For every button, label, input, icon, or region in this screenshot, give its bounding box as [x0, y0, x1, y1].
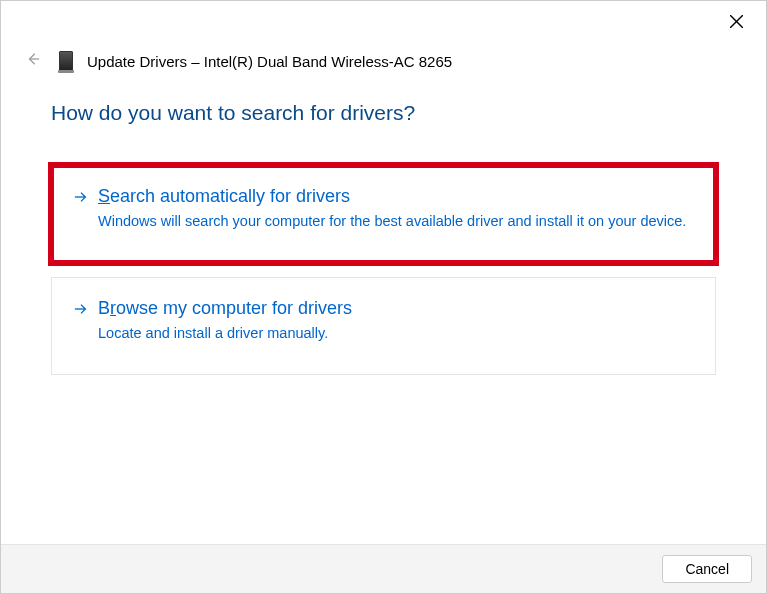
option-title: Browse my computer for drivers — [98, 298, 693, 319]
update-drivers-dialog: Update Drivers – Intel(R) Dual Band Wire… — [0, 0, 767, 594]
option-title: Search automatically for drivers — [98, 186, 693, 207]
cancel-button[interactable]: Cancel — [662, 555, 752, 583]
device-icon — [59, 51, 73, 71]
page-heading: How do you want to search for drivers? — [51, 101, 716, 125]
arrow-right-icon — [74, 190, 88, 204]
dialog-title: Update Drivers – Intel(R) Dual Band Wire… — [87, 53, 452, 70]
option-description: Locate and install a driver manually. — [98, 323, 693, 344]
option-description: Windows will search your computer for th… — [98, 211, 693, 232]
back-arrow-icon — [26, 52, 40, 70]
back-button[interactable] — [23, 51, 43, 71]
option-browse-computer[interactable]: Browse my computer for drivers Locate an… — [51, 277, 716, 375]
option-search-automatically[interactable]: Search automatically for drivers Windows… — [51, 165, 716, 263]
close-button[interactable] — [720, 9, 752, 37]
close-icon — [730, 14, 743, 32]
dialog-footer: Cancel — [1, 544, 766, 593]
dialog-header: Update Drivers – Intel(R) Dual Band Wire… — [1, 1, 766, 71]
dialog-content: How do you want to search for drivers? S… — [1, 71, 766, 544]
arrow-right-icon — [74, 302, 88, 316]
